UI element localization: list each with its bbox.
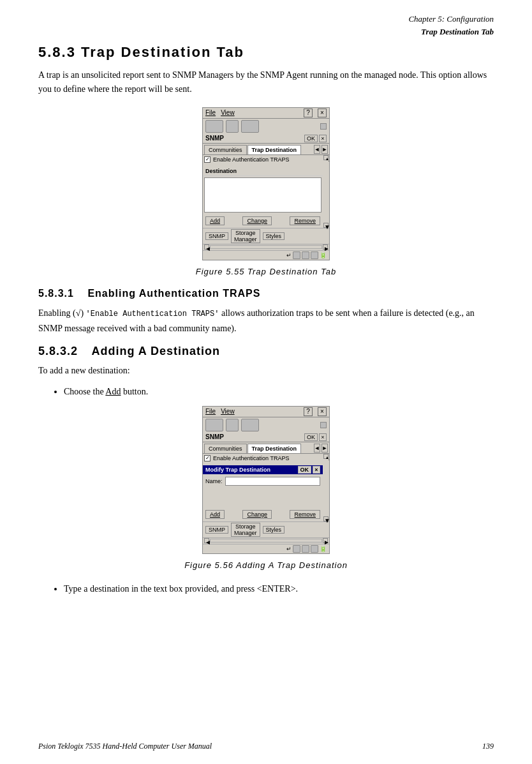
modify-title-2: Modify Trap Destination <box>205 467 270 473</box>
toolbar-icon-2 <box>226 120 239 133</box>
taskbar-2: SNMP Storage Manager Styles <box>203 521 329 537</box>
add-btn-2[interactable]: Add <box>205 510 225 519</box>
bullet-2: Type a destination in the text box provi… <box>64 581 494 597</box>
figure-55-container: File View ? × SNMP OK × <box>38 107 494 260</box>
name-input-2[interactable] <box>225 477 320 486</box>
scroll-up-1[interactable] <box>320 123 327 130</box>
status-icon-4 <box>293 545 300 553</box>
bullet-1: Choose the Add button. <box>64 384 494 400</box>
status-icon-3 <box>311 251 318 259</box>
section-5832-intro: To add a new destination: <box>38 363 494 378</box>
status-arrow-2: ↵ <box>286 546 292 552</box>
sim-window-1: File View ? × SNMP OK × <box>202 107 330 260</box>
sim-menubar-1: File View ? × <box>203 108 329 119</box>
sim-tabs-1: Communities Trap Destination ◄ ► <box>203 144 329 155</box>
modify-ok-btn-2[interactable]: OK <box>298 466 312 474</box>
menu-view-2[interactable]: View <box>221 408 235 415</box>
task-snmp-1[interactable]: SNMP <box>205 232 228 240</box>
section-5832-title: Adding A Destination <box>91 345 220 357</box>
snmp-bar-2: SNMP OK × <box>203 433 329 442</box>
sim-menubar-2: File View ? × <box>203 407 329 417</box>
sim-window-2: File View ? × SNMP OK × <box>202 406 330 554</box>
scroll-up-arrow-1[interactable]: ▲ <box>323 155 329 160</box>
toolbar-icon-3 <box>241 120 259 133</box>
button-row-2: Add Change Remove <box>203 507 323 521</box>
bullet-list-1: Choose the Add button. <box>64 384 494 400</box>
status-icon-2 <box>302 251 309 259</box>
button-row-1: Add Change Remove <box>203 214 323 228</box>
help-btn-2[interactable]: ? <box>304 407 313 416</box>
status-bar-1: ↵ 🔋 <box>203 250 329 260</box>
add-btn-1[interactable]: Add <box>205 216 225 225</box>
tab-communities-1[interactable]: Communities <box>204 145 247 154</box>
status-battery: 🔋 <box>320 252 327 258</box>
change-btn-1[interactable]: Change <box>242 216 272 225</box>
checkbox-auth-1[interactable]: ✓ <box>204 156 211 163</box>
snmp-label-1: SNMP <box>205 135 224 142</box>
remove-btn-2[interactable]: Remove <box>290 510 320 519</box>
menu-view-1[interactable]: View <box>221 109 235 116</box>
x-btn-2[interactable]: × <box>319 433 327 441</box>
menu-file-2[interactable]: File <box>205 408 216 415</box>
scroll-down-arrow-1[interactable]: ▼ <box>323 223 329 228</box>
checkbox-auth-2[interactable]: ✓ <box>204 455 211 461</box>
change-btn-2[interactable]: Change <box>242 510 272 519</box>
toolbar-icon-4 <box>205 419 223 431</box>
checkbox-label-2: Enable Authentication TRAPS <box>213 455 289 461</box>
modify-bar-2: Modify Trap Destination OK × <box>203 465 323 474</box>
snmp-bar-1: SNMP OK × <box>203 134 329 144</box>
task-styles-1[interactable]: Styles <box>263 232 285 240</box>
hscroll-left-2[interactable]: ◄ <box>204 538 209 543</box>
scroll-up-arrow-2[interactable]: ▲ <box>323 454 329 459</box>
section-5831-number: 5.8.3.1 <box>38 288 74 299</box>
tab-nav-right-1[interactable]: ► <box>321 145 328 154</box>
toolbar-icon-5 <box>226 419 239 431</box>
status-icon-1 <box>293 251 300 259</box>
header-section-title: Trap Destination Tab <box>408 26 494 38</box>
page-footer: Psion Teklogix 7535 Hand-Held Computer U… <box>38 742 494 751</box>
tab-trap-2[interactable]: Trap Destination <box>248 444 302 453</box>
modify-x-btn-2[interactable]: × <box>313 466 320 474</box>
ok-btn-1[interactable]: OK <box>304 135 318 142</box>
x-btn-1[interactable]: × <box>319 135 327 142</box>
destination-label-1: Destination <box>203 167 323 176</box>
hscroll-left-1[interactable]: ◄ <box>204 244 209 250</box>
tab-nav-right-2[interactable]: ► <box>321 444 328 453</box>
task-styles-2[interactable]: Styles <box>263 526 285 534</box>
task-storage-1[interactable]: Storage Manager <box>231 229 260 243</box>
status-icon-6 <box>311 545 318 553</box>
section-583-body: A trap is an unsolicited report sent to … <box>38 68 494 97</box>
taskbar-1: SNMP Storage Manager Styles <box>203 228 329 244</box>
ok-btn-2[interactable]: OK <box>304 433 318 441</box>
figure-56-container: File View ? × SNMP OK × <box>38 406 494 554</box>
checkbox-row-2: ✓ Enable Authentication TRAPS <box>203 454 323 463</box>
tab-nav-left-1[interactable]: ◄ <box>314 145 320 154</box>
scrollbar-right-1[interactable]: ▲ ▼ <box>323 155 329 228</box>
tab-trap-1[interactable]: Trap Destination <box>248 145 302 154</box>
bullet-list-2: Type a destination in the text box provi… <box>64 581 494 597</box>
hscroll-right-1[interactable]: ► <box>323 244 328 250</box>
scrollbar-right-2[interactable]: ▲ ▼ <box>323 454 329 521</box>
close-btn-2[interactable]: × <box>318 407 327 416</box>
remove-btn-1[interactable]: Remove <box>290 216 320 225</box>
scroll-up-2[interactable] <box>320 422 327 428</box>
task-snmp-2[interactable]: SNMP <box>205 526 228 534</box>
section-5832-number: 5.8.3.2 <box>38 345 78 357</box>
figure-56-caption: Figure 5.56 Adding A Trap Destination <box>38 560 494 570</box>
tab-communities-2[interactable]: Communities <box>204 444 247 453</box>
footer-right: 139 <box>482 742 494 751</box>
close-btn-1[interactable]: × <box>318 109 327 117</box>
hscroll-right-2[interactable]: ► <box>323 538 328 543</box>
menu-file-1[interactable]: File <box>205 109 216 116</box>
help-btn-1[interactable]: ? <box>304 109 313 117</box>
section-5831-body: Enabling (√) 'Enable Authentication TRAP… <box>38 306 494 336</box>
task-storage-2[interactable]: Storage Manager <box>231 523 260 537</box>
status-bar-2: ↵ 🔋 <box>203 544 329 553</box>
footer-left: Psion Teklogix 7535 Hand-Held Computer U… <box>38 742 212 751</box>
tab-nav-left-2[interactable]: ◄ <box>314 444 320 453</box>
name-row-2: Name: <box>203 474 323 488</box>
page-header: Chapter 5: Configuration Trap Destinatio… <box>38 13 494 38</box>
figure-55-caption: Figure 5.55 Trap Destination Tab <box>38 267 494 276</box>
scroll-down-arrow-2[interactable]: ▼ <box>323 516 329 521</box>
toolbar-icon-1 <box>205 120 223 133</box>
